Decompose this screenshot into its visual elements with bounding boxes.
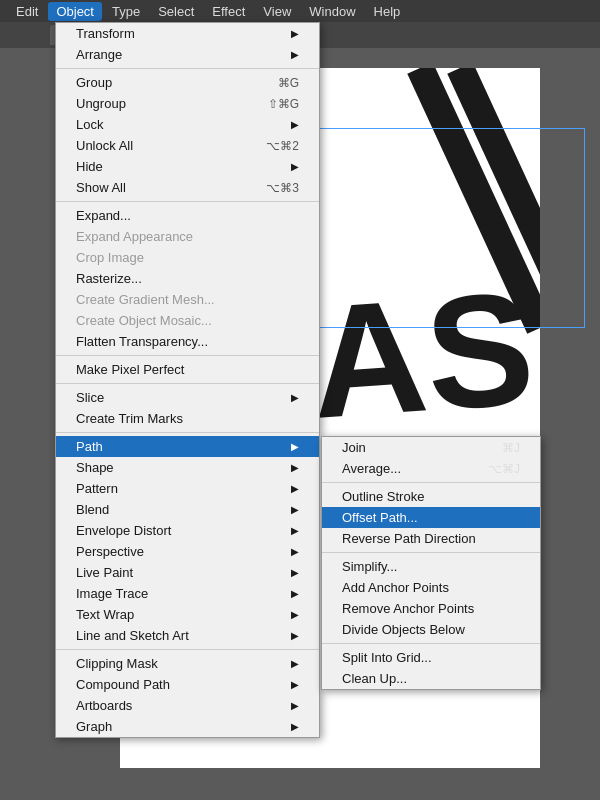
menu-item-arrange[interactable]: Arrange: [56, 44, 319, 65]
menu-item-show-all[interactable]: Show All ⌥⌘3: [56, 177, 319, 198]
menu-item-compound-path[interactable]: Compound Path: [56, 674, 319, 695]
submenu-reverse-path[interactable]: Reverse Path Direction: [322, 528, 540, 549]
menubar-select[interactable]: Select: [150, 2, 202, 21]
menu-item-envelope-distort[interactable]: Envelope Distort: [56, 520, 319, 541]
menubar-help[interactable]: Help: [366, 2, 409, 21]
menu-item-transform[interactable]: Transform: [56, 23, 319, 44]
separator-2: [56, 201, 319, 202]
menu-item-pattern[interactable]: Pattern: [56, 478, 319, 499]
submenu-outline-stroke[interactable]: Outline Stroke: [322, 486, 540, 507]
menu-item-perspective[interactable]: Perspective: [56, 541, 319, 562]
path-submenu: Join ⌘J Average... ⌥⌘J Outline Stroke Of…: [321, 436, 541, 690]
menu-item-line-sketch[interactable]: Line and Sketch Art: [56, 625, 319, 646]
svg-text:AS: AS: [305, 258, 539, 452]
menu-item-flatten-transparency[interactable]: Flatten Transparency...: [56, 331, 319, 352]
submenu-offset-path[interactable]: Offset Path...: [322, 507, 540, 528]
menubar-object[interactable]: Object: [48, 2, 102, 21]
menu-item-path[interactable]: Path Join ⌘J Average... ⌥⌘J Outline Stro…: [56, 436, 319, 457]
menu-item-expand[interactable]: Expand...: [56, 205, 319, 226]
separator-4: [56, 383, 319, 384]
menu-item-group[interactable]: Group ⌘G: [56, 72, 319, 93]
menubar-effect[interactable]: Effect: [204, 2, 253, 21]
menubar-type[interactable]: Type: [104, 2, 148, 21]
menubar-edit[interactable]: Edit: [8, 2, 46, 21]
submenu-split-grid[interactable]: Split Into Grid...: [322, 647, 540, 668]
separator-6: [56, 649, 319, 650]
menu-item-hide[interactable]: Hide: [56, 156, 319, 177]
menu-item-gradient-mesh: Create Gradient Mesh...: [56, 289, 319, 310]
menu-item-crop-image: Crop Image: [56, 247, 319, 268]
menu-item-live-paint[interactable]: Live Paint: [56, 562, 319, 583]
menu-item-image-trace[interactable]: Image Trace: [56, 583, 319, 604]
object-dropdown-menu: Transform Arrange Group ⌘G Ungroup ⇧⌘G L…: [55, 22, 320, 738]
menu-item-clipping-mask[interactable]: Clipping Mask: [56, 653, 319, 674]
menu-item-object-mosaic: Create Object Mosaic...: [56, 310, 319, 331]
submenu-average[interactable]: Average... ⌥⌘J: [322, 458, 540, 479]
menu-item-slice[interactable]: Slice: [56, 387, 319, 408]
menu-item-shape[interactable]: Shape: [56, 457, 319, 478]
separator-3: [56, 355, 319, 356]
submenu-remove-anchor[interactable]: Remove Anchor Points: [322, 598, 540, 619]
menu-item-unlock-all[interactable]: Unlock All ⌥⌘2: [56, 135, 319, 156]
separator-5: [56, 432, 319, 433]
submenu-sep-3: [322, 643, 540, 644]
submenu-join[interactable]: Join ⌘J: [322, 437, 540, 458]
submenu-add-anchor[interactable]: Add Anchor Points: [322, 577, 540, 598]
menu-item-blend[interactable]: Blend: [56, 499, 319, 520]
menu-item-ungroup[interactable]: Ungroup ⇧⌘G: [56, 93, 319, 114]
menu-item-create-trim-marks[interactable]: Create Trim Marks: [56, 408, 319, 429]
menu-item-rasterize[interactable]: Rasterize...: [56, 268, 319, 289]
submenu-simplify[interactable]: Simplify...: [322, 556, 540, 577]
menu-item-artboards[interactable]: Artboards: [56, 695, 319, 716]
submenu-divide-objects[interactable]: Divide Objects Below: [322, 619, 540, 640]
menubar: Edit Object Type Select Effect View Wind…: [0, 0, 600, 22]
menu-item-expand-appearance: Expand Appearance: [56, 226, 319, 247]
submenu-clean-up[interactable]: Clean Up...: [322, 668, 540, 689]
menubar-window[interactable]: Window: [301, 2, 363, 21]
submenu-sep-2: [322, 552, 540, 553]
menubar-view[interactable]: View: [255, 2, 299, 21]
menu-item-graph[interactable]: Graph: [56, 716, 319, 737]
menu-item-text-wrap[interactable]: Text Wrap: [56, 604, 319, 625]
menu-item-make-pixel-perfect[interactable]: Make Pixel Perfect: [56, 359, 319, 380]
menu-item-lock[interactable]: Lock: [56, 114, 319, 135]
separator-1: [56, 68, 319, 69]
submenu-sep-1: [322, 482, 540, 483]
